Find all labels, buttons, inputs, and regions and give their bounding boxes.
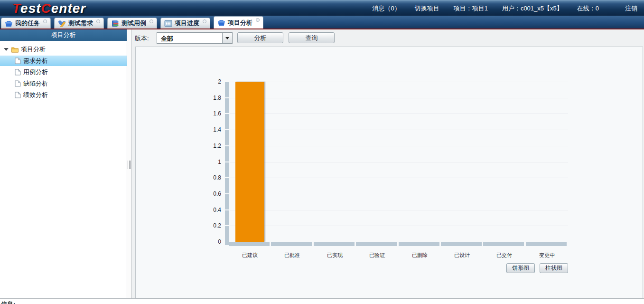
y-axis-band: [225, 81, 229, 245]
folder-icon: [11, 47, 19, 53]
tree-item-label: 需求分析: [23, 57, 48, 65]
gridline: [230, 146, 568, 146]
gridline: [230, 226, 568, 226]
tree-root-project-analysis[interactable]: 项目分析: [0, 44, 127, 55]
y-axis-label: 1.4: [196, 126, 221, 133]
document-icon: [15, 80, 21, 87]
x-axis-label: 已实现: [314, 252, 356, 259]
x-axis-label: 已交付: [483, 252, 525, 259]
tab-option-circle[interactable]: [43, 19, 47, 23]
tree-item-label: 缺陷分析: [23, 79, 48, 88]
tab-label: 测试用例: [121, 19, 146, 28]
testcenter-app: TestCenter 消息（0） 切换项目 项目：项目1 用户：c001_x5【…: [0, 0, 644, 304]
y-axis-label: 0.4: [196, 207, 221, 213]
y-axis-label: 1.2: [196, 142, 221, 149]
document-icon: [15, 92, 21, 98]
tab-option-circle[interactable]: [203, 19, 206, 23]
bar-已建议[interactable]: [235, 82, 264, 242]
y-axis-label: 0.6: [196, 190, 221, 197]
gridline: [230, 130, 568, 130]
tree-item-requirement-analysis[interactable]: 需求分析: [0, 56, 127, 66]
tab-label: 项目进度: [175, 19, 199, 28]
chevron-down-icon: [225, 37, 229, 39]
y-axis-tick: [225, 113, 229, 114]
y-axis-tick: [225, 129, 229, 130]
analysis-toolbar: 版本: 全部 分析 查询: [131, 29, 644, 47]
version-selected-value: 全部: [161, 35, 173, 43]
y-axis-label: 0.8: [196, 174, 221, 181]
x-axis-segment: [399, 242, 439, 246]
basket-icon: [5, 20, 13, 27]
x-axis-segment: [483, 242, 524, 246]
current-project-label: 项目：项目1: [454, 4, 488, 13]
x-axis-label: 已设计: [441, 252, 483, 259]
y-axis-tick: [225, 145, 229, 146]
tree-root-label: 项目分析: [21, 45, 46, 54]
main-area: 版本: 全部 分析 查询 饼形图 柱状图 00.20.40.60.811.21.…: [131, 29, 644, 298]
tab-label: 我的任务: [15, 19, 40, 28]
x-axis-label: 已批准: [271, 252, 313, 259]
tab-test-requirements[interactable]: 测试需求: [54, 18, 104, 28]
gridline: [230, 162, 568, 162]
analyze-button[interactable]: 分析: [237, 32, 283, 43]
switch-project-link[interactable]: 切换项目: [415, 4, 439, 13]
tree-item-label: 绩效分析: [23, 91, 48, 99]
tree-item-usecase-analysis[interactable]: 用例分析: [0, 67, 127, 77]
tab-option-circle[interactable]: [256, 18, 260, 22]
tab-option-circle[interactable]: [96, 19, 100, 23]
gridline: [230, 98, 568, 98]
y-axis-tick: [225, 193, 229, 194]
y-axis-tick: [225, 225, 229, 226]
pie-chart-button[interactable]: 饼形图: [506, 263, 535, 273]
analysis-tree: 项目分析 需求分析 用例分析 缺陷分析 绩效分析: [0, 41, 127, 100]
tree-item-defect-analysis[interactable]: 缺陷分析: [0, 78, 127, 89]
combo-dropdown-button[interactable]: [222, 33, 232, 43]
app-logo: TestCenter: [12, 1, 86, 16]
x-axis-segment: [526, 242, 567, 246]
gridline: [230, 210, 568, 210]
y-axis-label: 1: [196, 159, 221, 165]
chart-panel: 饼形图 柱状图 00.20.40.60.811.21.41.61.82已建议已批…: [135, 47, 643, 298]
tab-label: 测试需求: [68, 19, 93, 28]
x-axis-segment: [314, 242, 355, 246]
book-icon: [111, 20, 119, 27]
top-menu: 消息（0） 切换项目 项目：项目1 用户：c001_x5【x5】 在线：0 注销: [358, 0, 637, 16]
x-axis-label: 已删除: [399, 252, 441, 259]
y-axis-tick: [225, 97, 229, 98]
tree-item-label: 用例分析: [23, 68, 48, 76]
logout-link[interactable]: 注销: [625, 4, 637, 13]
caret-down-icon[interactable]: [4, 48, 9, 51]
basket-icon: [217, 19, 225, 26]
tab-my-tasks[interactable]: 我的任务: [1, 18, 51, 28]
online-count-label: 在线：0: [577, 4, 599, 13]
y-axis-label: 2: [196, 78, 221, 85]
x-axis-segment: [441, 242, 482, 246]
top-banner: TestCenter 消息（0） 切换项目 项目：项目1 用户：c001_x5【…: [0, 0, 644, 16]
query-button[interactable]: 查询: [289, 32, 335, 43]
tab-option-circle[interactable]: [149, 19, 153, 23]
sidebar-splitter[interactable]: [127, 29, 131, 298]
tab-project-analysis[interactable]: 项目分析: [214, 16, 263, 28]
tree-item-performance-analysis[interactable]: 绩效分析: [0, 90, 127, 100]
tab-bar: 我的任务 测试需求 测试用例 项目进度 项目分析: [0, 16, 644, 28]
document-icon: [15, 57, 21, 64]
y-axis-tick: [225, 162, 229, 162]
status-bar: 信息:: [0, 299, 644, 304]
x-axis-segment: [356, 242, 397, 246]
y-axis-tick: [225, 177, 229, 178]
x-axis-label: 已验证: [356, 252, 398, 259]
y-axis-label: 1.8: [196, 95, 221, 101]
pencil-icon: [58, 20, 66, 27]
splitter-grip-icon[interactable]: [128, 161, 131, 169]
messages-link[interactable]: 消息（0）: [372, 4, 400, 13]
version-select[interactable]: 全部: [157, 32, 233, 44]
tab-test-cases[interactable]: 测试用例: [107, 18, 157, 28]
sidebar: 项目分析 项目分析 需求分析 用例分析 缺陷分析 绩效分析: [0, 29, 127, 298]
y-axis-tick: [225, 81, 229, 82]
document-icon: [15, 69, 21, 76]
window-grid-icon: [164, 20, 172, 27]
x-axis-label: 变更中: [526, 252, 568, 259]
x-axis-segment: [271, 242, 312, 246]
tab-project-progress[interactable]: 项目进度: [160, 18, 210, 28]
bar-chart-button[interactable]: 柱状图: [540, 263, 568, 273]
